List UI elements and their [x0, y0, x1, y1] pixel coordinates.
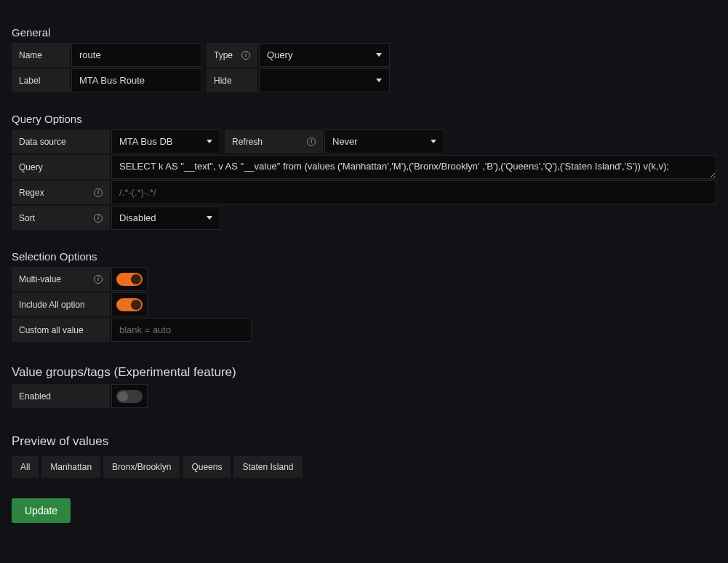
preview-chips: AllManhattanBronx/BrooklynQueensStaten I…	[12, 456, 716, 478]
customall-input[interactable]	[111, 318, 252, 342]
chevron-down-icon	[376, 53, 382, 57]
multivalue-toggle-cell	[111, 267, 148, 291]
chevron-down-icon	[207, 140, 212, 143]
query-label: Query	[12, 155, 110, 179]
name-input[interactable]	[71, 43, 202, 67]
regex-input[interactable]	[111, 180, 716, 204]
datasource-select[interactable]: MTA Bus DB	[111, 129, 220, 153]
multivalue-toggle[interactable]	[116, 273, 143, 286]
hide-label: Hide	[207, 68, 257, 92]
chevron-down-icon	[376, 79, 382, 82]
enabled-toggle-cell	[111, 384, 148, 408]
refresh-label: Refresh	[225, 129, 323, 153]
includeall-toggle-cell	[111, 292, 148, 316]
sort-select[interactable]: Disabled	[111, 206, 220, 230]
type-label: Type	[207, 43, 257, 67]
enabled-label: Enabled	[12, 384, 110, 408]
refresh-select[interactable]: Never	[324, 129, 444, 153]
hide-select[interactable]	[259, 68, 390, 92]
preview-chip: Queens	[183, 456, 231, 478]
type-select[interactable]: Query	[259, 43, 390, 67]
regex-label: Regex	[12, 180, 110, 204]
section-title-selection-options: Selection Options	[12, 250, 716, 263]
preview-chip: All	[12, 456, 39, 478]
enabled-toggle[interactable]	[116, 390, 143, 403]
name-label: Name	[12, 43, 70, 67]
label-input[interactable]	[71, 68, 202, 92]
datasource-label: Data source	[12, 129, 110, 153]
customall-label: Custom all value	[12, 318, 110, 342]
info-icon[interactable]	[94, 275, 103, 284]
multivalue-label: Multi-value	[12, 267, 110, 291]
info-icon[interactable]	[94, 188, 103, 197]
preview-chip: Staten Island	[233, 456, 302, 478]
label-label: Label	[12, 68, 70, 92]
preview-chip: Manhattan	[41, 456, 100, 478]
section-title-query-options: Query Options	[12, 113, 716, 125]
sort-label: Sort	[12, 206, 110, 230]
preview-chip: Bronx/Brooklyn	[103, 456, 180, 478]
chevron-down-icon	[431, 140, 436, 143]
info-icon[interactable]	[307, 137, 316, 146]
info-icon[interactable]	[94, 214, 103, 223]
info-icon[interactable]	[241, 51, 250, 60]
section-title-general: General	[12, 26, 716, 39]
section-title-value-groups: Value groups/tags (Experimental feature)	[12, 365, 716, 380]
section-title-preview: Preview of values	[12, 434, 716, 449]
update-button[interactable]: Update	[12, 498, 71, 523]
includeall-label: Include All option	[12, 292, 110, 316]
chevron-down-icon	[207, 216, 212, 220]
includeall-toggle[interactable]	[116, 298, 143, 311]
query-input[interactable]: SELECT k AS "__text", v AS "__value" fro…	[111, 155, 716, 179]
